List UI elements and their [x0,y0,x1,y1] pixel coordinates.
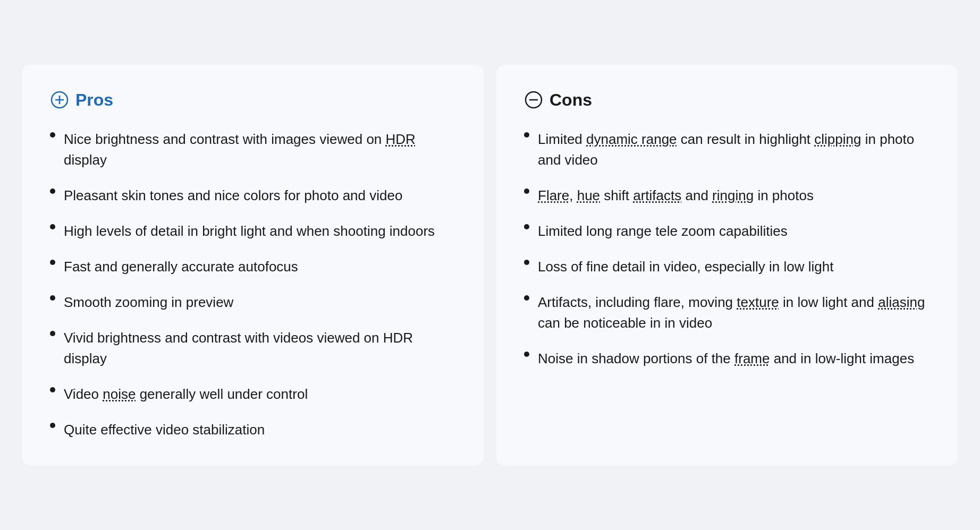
bullet-icon [50,387,55,392]
pros-item-7: Video noise generally well under control [64,384,308,405]
pros-item-3: High levels of detail in bright light an… [64,221,435,242]
cons-item-4: Loss of fine detail in video, especially… [538,257,833,277]
list-item: Fast and generally accurate autofocus [50,257,456,277]
list-item: Loss of fine detail in video, especially… [524,257,930,277]
list-item: High levels of detail in bright light an… [50,221,456,242]
list-item: Artifacts, including flare, moving textu… [524,292,930,334]
bullet-icon [524,295,529,301]
bullet-icon [524,132,529,138]
cons-title: Cons [550,90,592,110]
list-item: Noise in shadow portions of the frame an… [524,348,930,369]
bullet-icon [524,224,529,229]
cons-item-3: Limited long range tele zoom capabilitie… [538,221,788,242]
cons-header: Cons [524,90,930,110]
main-container: Pros Nice brightness and contrast with i… [22,65,958,466]
bullet-icon [50,132,55,138]
list-item: Quite effective video stabilization [50,420,456,440]
pros-item-8: Quite effective video stabilization [64,420,265,440]
pros-panel: Pros Nice brightness and contrast with i… [22,65,484,466]
bullet-icon [50,260,55,265]
list-item: Limited dynamic range can result in high… [524,129,930,170]
minus-circle-icon [524,90,543,109]
list-item: Flare, hue shift artifacts and ringing i… [524,185,930,206]
pros-list: Nice brightness and contrast with images… [50,129,456,440]
pros-item-6: Vivid brightness and contrast with video… [64,328,456,369]
cons-item-2: Flare, hue shift artifacts and ringing i… [538,185,814,206]
list-item: Vivid brightness and contrast with video… [50,328,456,369]
list-item: Smooth zooming in preview [50,292,456,313]
cons-item-1: Limited dynamic range can result in high… [538,129,930,170]
pros-item-4: Fast and generally accurate autofocus [64,257,298,277]
bullet-icon [50,295,55,301]
bullet-icon [50,331,55,336]
plus-circle-icon [50,90,69,109]
bullet-icon [524,189,529,194]
cons-item-6: Noise in shadow portions of the frame an… [538,348,914,369]
bullet-icon [524,352,529,357]
bullet-icon [50,224,55,229]
list-item: Nice brightness and contrast with images… [50,129,456,170]
cons-item-5: Artifacts, including flare, moving textu… [538,292,930,334]
pros-item-5: Smooth zooming in preview [64,292,233,313]
pros-title: Pros [75,90,113,110]
cons-panel: Cons Limited dynamic range can result in… [496,65,958,466]
bullet-icon [50,189,55,194]
bullet-icon [50,423,55,428]
list-item: Video noise generally well under control [50,384,456,405]
list-item: Limited long range tele zoom capabilitie… [524,221,930,242]
bullet-icon [524,260,529,265]
list-item: Pleasant skin tones and nice colors for … [50,185,456,206]
pros-item-1: Nice brightness and contrast with images… [64,129,456,170]
cons-list: Limited dynamic range can result in high… [524,129,930,369]
pros-header: Pros [50,90,456,110]
pros-item-2: Pleasant skin tones and nice colors for … [64,185,402,206]
